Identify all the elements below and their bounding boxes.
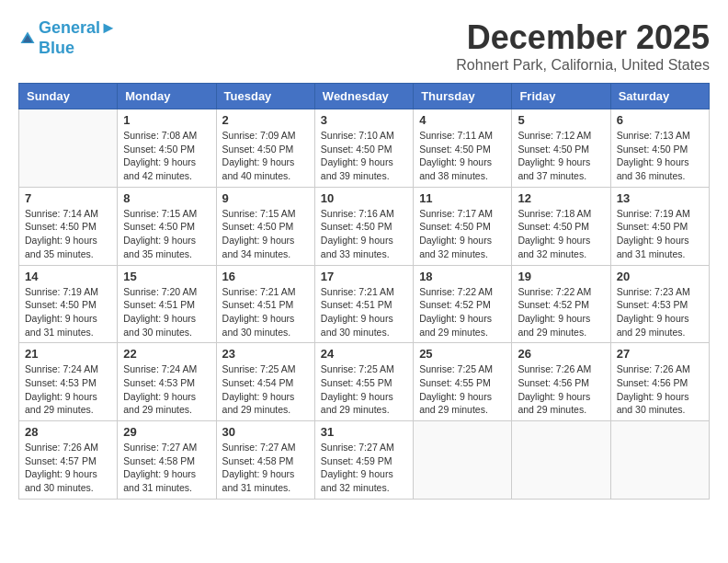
sunset: Sunset: 4:50 PM [222,144,294,155]
sunrise: Sunrise: 7:15 AM [123,208,197,219]
daylight: Daylight: 9 hours and 34 minutes. [222,235,295,259]
sunset: Sunset: 4:55 PM [419,377,491,388]
sunrise: Sunrise: 7:24 AM [25,363,98,374]
week-row-4: 28 Sunrise: 7:26 AM Sunset: 4:57 PM Dayl… [19,421,710,500]
day-number: 5 [518,113,604,127]
sunrise: Sunrise: 7:27 AM [123,442,197,453]
sunrise: Sunrise: 7:09 AM [222,130,296,141]
daylight: Daylight: 9 hours and 30 minutes. [321,313,393,338]
day-number: 12 [518,191,604,205]
sunset: Sunset: 4:54 PM [222,377,294,388]
daylight: Daylight: 9 hours and 35 minutes. [123,235,196,259]
daylight: Daylight: 9 hours and 37 minutes. [518,156,590,181]
logo-icon [18,29,37,48]
day-number: 11 [419,191,506,205]
sunrise: Sunrise: 7:25 AM [222,363,296,374]
sunset: Sunset: 4:58 PM [123,455,195,466]
sunset: Sunset: 4:53 PM [617,299,688,310]
day-number: 25 [419,347,506,361]
sunset: Sunset: 4:50 PM [518,144,589,155]
sunset: Sunset: 4:50 PM [25,299,97,310]
daylight: Daylight: 9 hours and 38 minutes. [419,156,492,181]
page-header: General► Blue December 2025 Rohnert Park… [18,18,710,74]
day-number: 26 [518,347,604,361]
day-number: 28 [25,425,111,439]
daylight: Daylight: 9 hours and 29 minutes. [617,313,689,338]
sunset: Sunset: 4:53 PM [123,377,195,388]
week-row-1: 7 Sunrise: 7:14 AM Sunset: 4:50 PM Dayli… [19,187,710,265]
logo: General► Blue [18,18,117,58]
col-friday: Friday [512,84,610,109]
daylight: Daylight: 9 hours and 32 minutes. [518,235,590,259]
cell-w0-d0 [19,109,118,188]
sunrise: Sunrise: 7:08 AM [123,130,197,141]
logo-text: General► Blue [39,18,117,58]
cell-w2-d4: 18 Sunrise: 7:22 AM Sunset: 4:52 PM Dayl… [414,265,512,343]
day-number: 9 [222,191,309,205]
day-number: 19 [518,270,604,283]
sunset: Sunset: 4:56 PM [518,377,589,388]
sunset: Sunset: 4:50 PM [321,221,392,232]
cell-w3-d0: 21 Sunrise: 7:24 AM Sunset: 4:53 PM Dayl… [19,343,118,421]
sunrise: Sunrise: 7:12 AM [518,130,591,141]
sunrise: Sunrise: 7:11 AM [419,130,493,141]
cell-w3-d3: 24 Sunrise: 7:25 AM Sunset: 4:55 PM Dayl… [314,343,413,421]
daylight: Daylight: 9 hours and 29 minutes. [419,313,492,338]
cell-w1-d5: 12 Sunrise: 7:18 AM Sunset: 4:50 PM Dayl… [512,187,610,265]
calendar-table: Sunday Monday Tuesday Wednesday Thursday… [18,83,710,500]
cell-w2-d3: 17 Sunrise: 7:21 AM Sunset: 4:51 PM Dayl… [314,265,413,343]
daylight: Daylight: 9 hours and 39 minutes. [321,156,393,181]
sunrise: Sunrise: 7:23 AM [617,286,690,297]
cell-w4-d0: 28 Sunrise: 7:26 AM Sunset: 4:57 PM Dayl… [19,421,118,500]
day-number: 23 [222,347,309,361]
sunset: Sunset: 4:55 PM [321,377,392,388]
cell-w0-d5: 5 Sunrise: 7:12 AM Sunset: 4:50 PM Dayli… [512,109,610,188]
cell-w4-d4 [414,421,512,500]
cell-w2-d6: 20 Sunrise: 7:23 AM Sunset: 4:53 PM Dayl… [610,265,709,343]
cell-w1-d6: 13 Sunrise: 7:19 AM Sunset: 4:50 PM Dayl… [610,187,709,265]
daylight: Daylight: 9 hours and 33 minutes. [321,235,393,259]
sunrise: Sunrise: 7:21 AM [321,286,394,297]
day-number: 31 [321,425,407,439]
sunrise: Sunrise: 7:25 AM [419,363,493,374]
cell-w1-d2: 9 Sunrise: 7:15 AM Sunset: 4:50 PM Dayli… [216,187,314,265]
daylight: Daylight: 9 hours and 32 minutes. [321,468,393,493]
sunset: Sunset: 4:50 PM [321,144,392,155]
sunset: Sunset: 4:59 PM [321,455,392,466]
cell-w4-d5 [512,421,610,500]
daylight: Daylight: 9 hours and 29 minutes. [518,391,590,416]
cell-w3-d6: 27 Sunrise: 7:26 AM Sunset: 4:56 PM Dayl… [610,343,709,421]
sunset: Sunset: 4:50 PM [518,221,589,232]
col-thursday: Thursday [414,84,512,109]
cell-w2-d1: 15 Sunrise: 7:20 AM Sunset: 4:51 PM Dayl… [118,265,216,343]
daylight: Daylight: 9 hours and 30 minutes. [617,391,689,416]
day-number: 2 [222,113,309,127]
sunrise: Sunrise: 7:19 AM [617,208,690,219]
day-number: 29 [123,425,210,439]
day-number: 1 [123,113,210,127]
sunrise: Sunrise: 7:24 AM [123,363,197,374]
sunrise: Sunrise: 7:16 AM [321,208,394,219]
daylight: Daylight: 9 hours and 29 minutes. [25,391,97,416]
sunset: Sunset: 4:52 PM [518,299,589,310]
sunrise: Sunrise: 7:27 AM [222,442,296,453]
daylight: Daylight: 9 hours and 29 minutes. [321,391,393,416]
day-number: 4 [419,113,506,127]
sunrise: Sunrise: 7:13 AM [617,130,690,141]
day-number: 14 [25,270,111,283]
sunrise: Sunrise: 7:25 AM [321,363,394,374]
sunrise: Sunrise: 7:15 AM [222,208,296,219]
sunset: Sunset: 4:51 PM [321,299,392,310]
daylight: Daylight: 9 hours and 31 minutes. [222,468,295,493]
day-number: 21 [25,347,111,361]
sunset: Sunset: 4:52 PM [419,299,491,310]
week-row-0: 1 Sunrise: 7:08 AM Sunset: 4:50 PM Dayli… [19,109,710,188]
logo-blue: ► [100,18,117,37]
day-number: 6 [617,113,703,127]
daylight: Daylight: 9 hours and 30 minutes. [123,313,196,338]
cell-w3-d2: 23 Sunrise: 7:25 AM Sunset: 4:54 PM Dayl… [216,343,314,421]
daylight: Daylight: 9 hours and 31 minutes. [617,235,689,259]
sunrise: Sunrise: 7:19 AM [25,286,98,297]
sunset: Sunset: 4:57 PM [25,455,97,466]
daylight: Daylight: 9 hours and 40 minutes. [222,156,295,181]
